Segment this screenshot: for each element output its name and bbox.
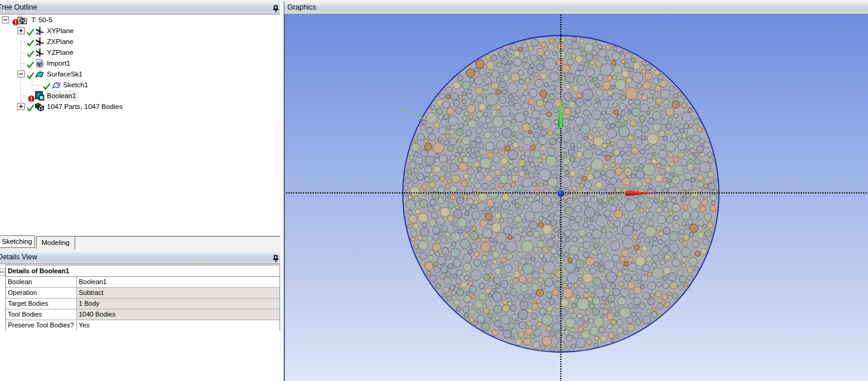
- svg-text:D1: D1: [400, 105, 410, 114]
